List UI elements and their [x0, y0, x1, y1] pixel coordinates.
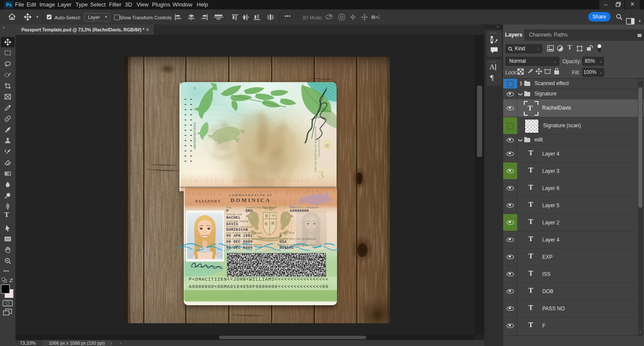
svg-text:DOMINICA: DOMINICA: [187, 191, 223, 196]
svg-text:Œ: Œ: [325, 142, 330, 149]
